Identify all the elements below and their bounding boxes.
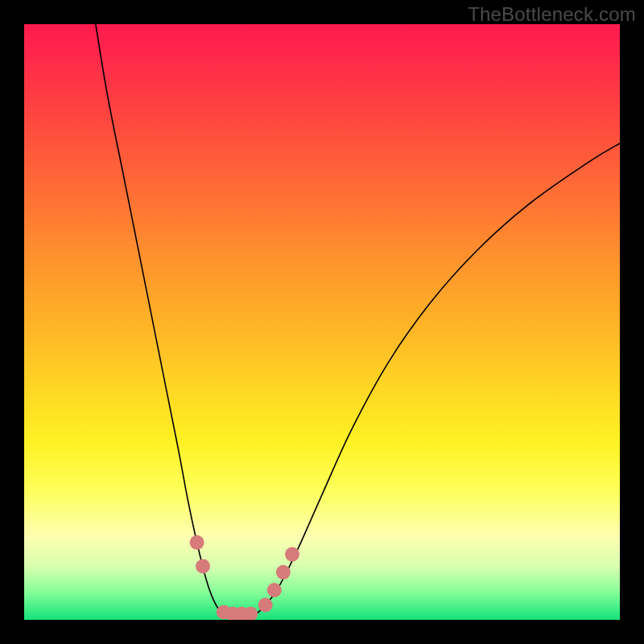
marker-dot [258, 598, 273, 613]
curve-right-branch [257, 143, 620, 614]
marker-dot [276, 565, 291, 580]
watermark-text: TheBottleneck.com [468, 3, 636, 26]
plot-area [24, 24, 620, 620]
curve-overlay [24, 24, 620, 620]
chart-frame: TheBottleneck.com [0, 0, 644, 644]
marker-dot [196, 559, 210, 573]
marker-dot [267, 583, 282, 597]
marker-dot [190, 535, 204, 550]
curve-left-branch [96, 24, 224, 614]
marker-dot [285, 547, 299, 562]
